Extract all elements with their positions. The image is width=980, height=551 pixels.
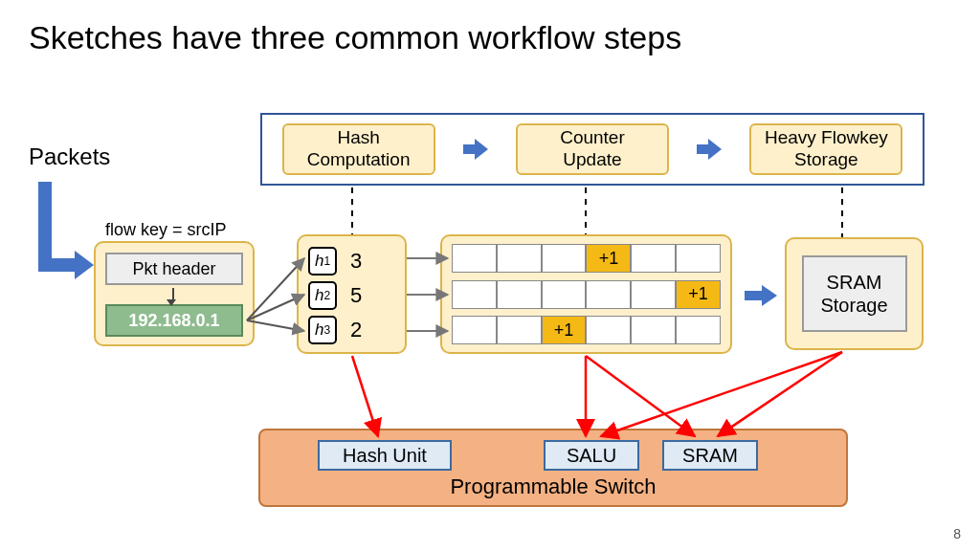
hash-fn-cell: h2 [308, 281, 337, 310]
svg-line-3 [247, 258, 304, 320]
counter-row: +1 [452, 280, 721, 309]
workflow-step-counter: Counter Update [516, 123, 669, 175]
workflow-container: Hash Computation Counter Update Heavy Fl… [260, 113, 924, 186]
hash-value: 5 [350, 283, 362, 308]
packet-box: Pkt header 192.168.0.1 [94, 241, 255, 346]
pkt-ip-label: 192.168.0.1 [105, 304, 243, 337]
packets-arrow-icon [38, 182, 96, 273]
arrow-icon [463, 139, 488, 160]
svg-line-13 [718, 352, 842, 436]
slide-title: Sketches have three common workflow step… [29, 19, 681, 56]
hash-fn-cell: h3 [308, 316, 337, 344]
sram-storage-label: SRAM Storage [802, 255, 907, 332]
page-number: 8 [953, 526, 961, 541]
counter-row: +1 [452, 244, 721, 273]
hash-value: 3 [350, 249, 362, 274]
svg-line-5 [247, 320, 304, 331]
packets-label: Packets [29, 143, 110, 170]
switch-box: Hash Unit SALU SRAM Programmable Switch [258, 429, 848, 507]
svg-line-11 [586, 356, 695, 436]
switch-title: Programmable Switch [260, 474, 846, 499]
counter-row: +1 [452, 316, 721, 344]
counter-inc-cell: +1 [676, 280, 721, 309]
svg-line-12 [601, 352, 842, 436]
hash-fn-cell: h1 [308, 247, 337, 276]
pkt-header-label: Pkt header [105, 253, 243, 285]
down-arrow-icon [170, 288, 176, 306]
unit-hash: Hash Unit [318, 440, 452, 471]
counter-inc-cell: +1 [542, 316, 587, 344]
counter-box: +1 +1 +1 [440, 234, 732, 354]
workflow-step-storage: Heavy Flowkey Storage [749, 123, 902, 175]
hash-box: h1 3 h2 5 h3 2 [297, 234, 407, 354]
sram-wrap: SRAM Storage [785, 237, 924, 350]
arrow-icon [697, 139, 722, 160]
flowkey-label: flow key = srcIP [105, 220, 227, 240]
svg-line-9 [352, 356, 378, 436]
counter-inc-cell: +1 [586, 244, 631, 273]
svg-line-4 [247, 295, 304, 320]
workflow-step-hash: Hash Computation [282, 123, 435, 175]
unit-sram: SRAM [662, 440, 758, 471]
unit-salu: SALU [544, 440, 639, 471]
arrow-icon [745, 285, 779, 306]
hash-value: 2 [350, 318, 362, 342]
